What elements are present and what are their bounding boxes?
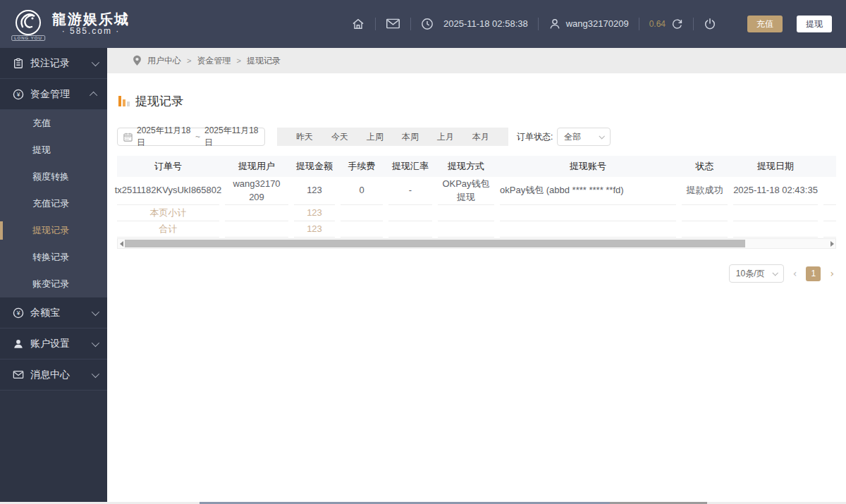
submenu-label: 充值记录 bbox=[32, 197, 69, 210]
breadcrumb-user-center[interactable]: 用户中心 bbox=[147, 55, 181, 67]
current-page-button[interactable]: 1 bbox=[806, 266, 821, 281]
col-header-user: 提现用户 bbox=[225, 160, 288, 173]
empty-cell bbox=[500, 205, 676, 221]
sidebar-item-message-center[interactable]: 消息中心 bbox=[0, 359, 107, 391]
col-header-fee: 手续费 bbox=[341, 160, 383, 173]
sidebar-item-recharge-records[interactable]: 充值记录 bbox=[0, 190, 107, 217]
withdraw-records-table: 订单号 提现用户 提现金额 手续费 提现汇率 提现方式 提现账号 状态 提现日期… bbox=[117, 156, 836, 238]
breadcrumb-separator: > bbox=[236, 56, 240, 65]
empty-cell bbox=[341, 205, 383, 221]
sidebar-item-yuebao[interactable]: ¥ 余额宝 bbox=[0, 297, 107, 328]
subtotal-row: 本页小计 123 bbox=[117, 205, 836, 221]
empty-cell bbox=[438, 221, 494, 238]
yen-circle-icon: ¥ bbox=[13, 89, 24, 100]
pagination: 10条/页 ‹ 1 › bbox=[117, 264, 836, 283]
subtotal-label: 本页小计 bbox=[117, 205, 219, 221]
sidebar-item-label: 消息中心 bbox=[30, 369, 85, 381]
scroll-left-arrow-icon[interactable] bbox=[118, 239, 125, 248]
brand-name: 龍游娱乐城 bbox=[52, 11, 130, 27]
refresh-icon[interactable] bbox=[671, 18, 683, 30]
power-icon[interactable] bbox=[704, 18, 716, 30]
cell-fee: 0 bbox=[341, 177, 383, 205]
submenu-label: 转换记录 bbox=[32, 251, 69, 264]
date-range-picker[interactable]: 2025年11月18日 ~ 2025年11月18日 bbox=[117, 128, 265, 146]
breadcrumb-funds-management[interactable]: 资金管理 bbox=[197, 55, 231, 67]
page-size-select[interactable]: 10条/页 bbox=[729, 264, 784, 283]
table-horizontal-scrollbar bbox=[117, 238, 836, 249]
scroll-right-arrow-icon[interactable] bbox=[828, 239, 835, 248]
quick-last-month[interactable]: 上月 bbox=[428, 131, 463, 143]
separator bbox=[639, 18, 639, 30]
prev-page-icon[interactable]: ‹ bbox=[791, 268, 799, 279]
submenu-label: 充值 bbox=[32, 117, 51, 130]
cell-status: 提款成功 bbox=[682, 177, 728, 205]
sidebar-item-bet-records[interactable]: 投注记录 bbox=[0, 48, 107, 79]
username: wang32170209 bbox=[566, 18, 629, 29]
quick-this-week[interactable]: 本周 bbox=[393, 131, 428, 143]
submenu-label: 账变记录 bbox=[32, 278, 69, 290]
total-amount: 123 bbox=[294, 221, 335, 238]
sidebar-item-account-change-records[interactable]: 账变记录 bbox=[0, 271, 107, 297]
sidebar-item-account-settings[interactable]: 账户设置 bbox=[0, 328, 107, 359]
empty-cell bbox=[733, 221, 818, 238]
page-title-text: 提现记录 bbox=[135, 93, 183, 109]
sidebar-item-label: 投注记录 bbox=[30, 57, 85, 70]
sidebar-item-funds-management[interactable]: ¥ 资金管理 bbox=[0, 79, 107, 110]
topbar: LONG YOU 龍游娱乐城 · 585.com · 2025-11-18 02… bbox=[0, 0, 846, 48]
next-page-icon[interactable]: › bbox=[828, 268, 836, 279]
cell-amount: 123 bbox=[294, 177, 335, 205]
sidebar-item-label: 余额宝 bbox=[30, 307, 85, 319]
sidebar-item-label: 账户设置 bbox=[30, 338, 85, 350]
empty-cell bbox=[388, 221, 432, 238]
chevron-down-icon bbox=[92, 58, 99, 66]
scrollbar-thumb[interactable] bbox=[125, 240, 745, 247]
total-row: 合计 123 bbox=[117, 221, 836, 238]
chevron-down-icon bbox=[92, 369, 99, 377]
svg-text:¥: ¥ bbox=[16, 309, 20, 316]
cell-order-no: tx2511182KVysUkI865802 bbox=[117, 177, 219, 205]
envelope-icon bbox=[13, 370, 24, 379]
sidebar-item-quota-transfer[interactable]: 额度转换 bbox=[0, 164, 107, 190]
breadcrumb-current: 提现记录 bbox=[247, 55, 281, 67]
chevron-down-icon bbox=[92, 338, 99, 346]
location-pin-icon bbox=[133, 55, 142, 66]
cell-date: 2025-11-18 02:43:35 bbox=[733, 177, 818, 205]
mail-icon[interactable] bbox=[386, 18, 400, 30]
person-icon bbox=[13, 338, 24, 350]
separator bbox=[410, 18, 411, 30]
table-row: tx2511182KVysUkI865802 wang32170209 123 … bbox=[117, 177, 836, 205]
current-datetime: 2025-11-18 02:58:38 bbox=[443, 18, 528, 29]
sidebar-item-withdraw[interactable]: 提现 bbox=[0, 137, 107, 164]
empty-cell bbox=[341, 221, 383, 238]
calendar-icon bbox=[123, 133, 133, 142]
empty-cell bbox=[225, 221, 288, 238]
cell-rate: - bbox=[388, 177, 432, 205]
empty-cell bbox=[388, 205, 432, 221]
col-header-status: 状态 bbox=[682, 160, 728, 173]
chevron-down-icon bbox=[92, 307, 99, 315]
withdraw-button[interactable]: 提现 bbox=[797, 16, 832, 32]
order-status-select[interactable]: 全部 bbox=[557, 128, 611, 146]
table-header-row: 订单号 提现用户 提现金额 手续费 提现汇率 提现方式 提现账号 状态 提现日期 bbox=[117, 156, 836, 177]
sidebar-item-withdraw-records[interactable]: 提现记录 bbox=[0, 217, 107, 244]
quick-yesterday[interactable]: 昨天 bbox=[287, 131, 322, 143]
home-icon[interactable] bbox=[351, 17, 365, 31]
quick-today[interactable]: 今天 bbox=[322, 131, 357, 143]
col-header-rate: 提现汇率 bbox=[388, 160, 432, 173]
separator bbox=[538, 18, 539, 30]
empty-cell bbox=[500, 221, 676, 238]
sidebar-item-recharge[interactable]: 充值 bbox=[0, 110, 107, 137]
empty-cell bbox=[823, 221, 836, 238]
clock-icon bbox=[421, 18, 434, 30]
cell-account: okPay钱包 (abbd **** **** **fd) bbox=[500, 177, 676, 205]
balance-amount: 0.64 bbox=[649, 19, 666, 29]
sidebar-item-transfer-records[interactable]: 转换记录 bbox=[0, 244, 107, 271]
order-status-label: 订单状态: bbox=[517, 131, 553, 143]
separator bbox=[375, 18, 376, 30]
page-size-value: 10条/页 bbox=[736, 268, 765, 280]
quick-this-month[interactable]: 本月 bbox=[463, 131, 498, 143]
chevron-up-icon bbox=[90, 91, 97, 99]
date-to: 2025年11月18日 bbox=[204, 125, 259, 149]
quick-last-week[interactable]: 上周 bbox=[357, 131, 393, 143]
recharge-button[interactable]: 充值 bbox=[747, 16, 783, 32]
